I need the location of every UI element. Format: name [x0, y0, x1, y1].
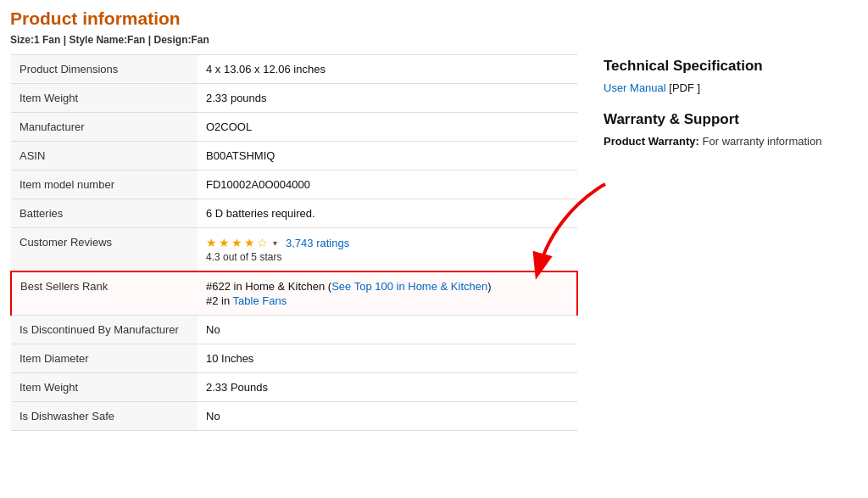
design-value: Fan — [191, 34, 209, 46]
warranty-label: Product Warranty: — [604, 135, 699, 148]
table-row: ASIN B00ATSHMIQ — [11, 142, 577, 171]
customer-reviews-row: Customer Reviews ★ ★ ★ ★ ☆ ▾ 3,743 rat — [11, 228, 577, 272]
best-sellers-value: #622 in Home & Kitchen (See Top 100 in H… — [198, 271, 577, 316]
row-label: Product Dimensions — [11, 55, 198, 84]
row-label: Is Dishwasher Safe — [11, 402, 198, 431]
row-value: 4 x 13.06 x 12.06 inches — [198, 55, 577, 84]
table-row: Is Dishwasher Safe No — [11, 402, 577, 431]
size-value: 1 Fan — [34, 34, 60, 46]
ratings-count[interactable]: 3,743 ratings — [286, 237, 349, 249]
row-value: 2.33 pounds — [198, 84, 577, 113]
product-info-table-section: Product Dimensions 4 x 13.06 x 12.06 inc… — [10, 54, 578, 431]
row-value: 2.33 Pounds — [198, 373, 577, 402]
rank1-text: #622 in Home & Kitchen ( — [206, 280, 331, 293]
tech-spec-title: Technical Specification — [604, 58, 858, 75]
warranty-value: For warranty information — [699, 135, 822, 148]
row-label: Is Discontinued By Manufacturer — [11, 316, 198, 344]
row-label: Manufacturer — [11, 113, 198, 142]
row-label: ASIN — [11, 142, 198, 171]
best-sellers-rank2: #2 in Table Fans — [206, 294, 568, 307]
warranty-text: Product Warranty: For warranty informati… — [604, 135, 858, 148]
row-label: Item model number — [11, 171, 198, 199]
best-sellers-label: Best Sellers Rank — [11, 271, 198, 316]
table-row: Manufacturer O2COOL — [11, 113, 577, 142]
sidebar: Technical Specification User Manual [PDF… — [578, 54, 858, 148]
table-row: Item Weight 2.33 Pounds — [11, 373, 577, 402]
star-1: ★ — [206, 236, 217, 249]
table-row: Item Diameter 10 Inches — [11, 344, 577, 373]
table-row: Is Discontinued By Manufacturer No — [11, 316, 577, 344]
rank2-prefix: #2 in — [206, 294, 233, 307]
row-label: Item Weight — [11, 84, 198, 113]
star-3: ★ — [231, 236, 242, 249]
style-label: Style Name: — [69, 34, 127, 46]
row-value: B00ATSHMIQ — [198, 142, 577, 171]
sep2: | — [145, 34, 153, 46]
rank2-link[interactable]: Table Fans — [233, 294, 287, 307]
row-value: No — [198, 402, 577, 431]
star-rating: ★ ★ ★ ★ ☆ — [206, 236, 268, 249]
sep1: | — [60, 34, 69, 46]
rank1-end: ) — [487, 280, 491, 293]
star-4: ★ — [244, 236, 255, 249]
row-value: No — [198, 316, 577, 344]
best-sellers-rank-row: Best Sellers Rank #622 in Home & Kitchen… — [11, 271, 577, 316]
table-row: Item Weight 2.33 pounds — [11, 84, 577, 113]
rank1-link[interactable]: See Top 100 in Home & Kitchen — [331, 280, 487, 293]
star-half: ☆ — [257, 236, 268, 249]
table-row: Item model number FD10002A0O004000 — [11, 171, 577, 199]
page-title: Product information — [10, 8, 858, 29]
design-label: Design: — [153, 34, 191, 46]
product-table: Product Dimensions 4 x 13.06 x 12.06 inc… — [10, 54, 578, 431]
rating-dropdown-icon[interactable]: ▾ — [273, 238, 277, 248]
size-label: Size: — [10, 34, 34, 46]
style-value: Fan — [127, 34, 145, 46]
row-value: 10 Inches — [198, 344, 577, 373]
customer-reviews-label: Customer Reviews — [11, 228, 198, 272]
user-manual-link[interactable]: User Manual — [604, 81, 666, 94]
row-label: Item Weight — [11, 373, 198, 402]
star-2: ★ — [219, 236, 230, 249]
product-subtitle: Size:1 Fan | Style Name:Fan | Design:Fan — [10, 34, 858, 46]
warranty-title: Warranty & Support — [604, 111, 858, 128]
red-arrow-icon — [512, 176, 622, 286]
user-manual-container: User Manual [PDF ] — [604, 81, 858, 94]
row-label: Batteries — [11, 199, 198, 228]
user-manual-suffix: [PDF ] — [666, 81, 700, 94]
table-row: Product Dimensions 4 x 13.06 x 12.06 inc… — [11, 55, 577, 84]
row-label: Item Diameter — [11, 344, 198, 373]
row-value: O2COOL — [198, 113, 577, 142]
table-row: Batteries 6 D batteries required. — [11, 199, 577, 228]
